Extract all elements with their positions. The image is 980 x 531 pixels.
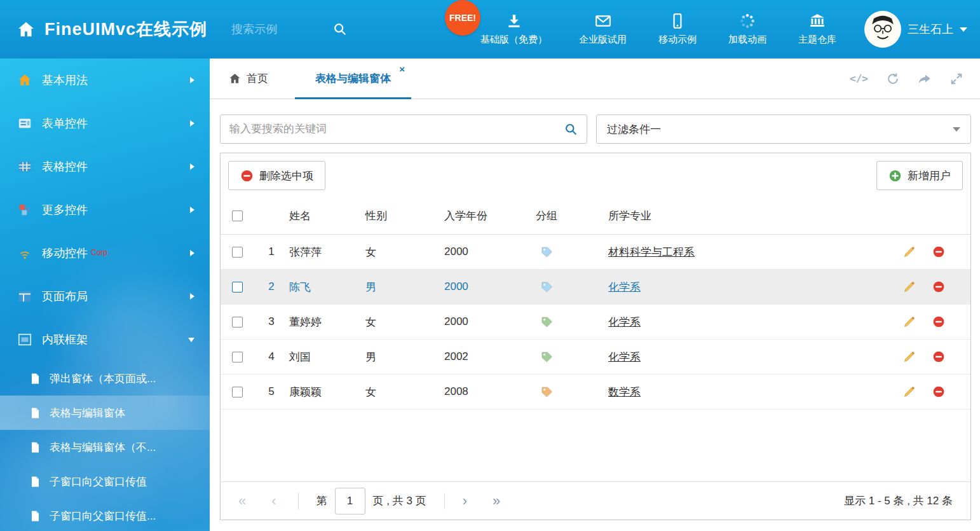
nav-item-basic-free[interactable]: FREE! 基础版（免费）	[480, 13, 547, 46]
bank-icon	[809, 13, 826, 29]
delete-row-icon[interactable]	[932, 385, 945, 398]
row-name: 陈飞	[289, 280, 365, 294]
user-menu[interactable]: 三生石上	[864, 11, 967, 48]
keyword-search	[220, 114, 587, 144]
app-header: FineUIMvc在线示例 FREE! 基础版（免费） 企业版试用 移动示例	[0, 0, 980, 59]
sidebar-subitem-child-to-parent[interactable]: 子窗口向父窗口传值	[0, 464, 210, 499]
keyword-search-input[interactable]	[229, 123, 564, 135]
table-row[interactable]: 1 张萍萍 女 2000 材料科学与工程系	[221, 235, 970, 270]
table-row[interactable]: 2 陈飞 男 2000 化学系	[221, 270, 970, 305]
tab-grid-edit-window[interactable]: 表格与编辑窗体 ×	[295, 59, 411, 99]
major-link[interactable]: 化学系	[608, 281, 641, 293]
share-icon[interactable]	[918, 72, 932, 86]
row-name: 康颖颖	[289, 385, 365, 399]
nav-item-loading-animation[interactable]: 加载动画	[728, 13, 766, 46]
edit-icon[interactable]	[903, 315, 916, 328]
delete-row-icon[interactable]	[932, 245, 945, 258]
select-all-checkbox[interactable]	[232, 210, 243, 221]
sidebar-item-basic-usage[interactable]: 基本用法	[0, 59, 210, 102]
nav-item-enterprise-trial[interactable]: 企业版试用	[579, 13, 627, 46]
first-page-button[interactable]: «	[238, 494, 246, 508]
main-content: 首页 表格与编辑窗体 × </> 过滤条件一	[210, 59, 980, 531]
col-gender[interactable]: 性别	[365, 209, 444, 223]
delete-row-icon[interactable]	[932, 315, 945, 328]
row-gender: 男	[365, 350, 444, 364]
tag-icon	[541, 281, 553, 293]
chevron-right-icon	[190, 163, 194, 170]
col-year[interactable]: 入学年份	[444, 209, 536, 223]
free-badge: FREE!	[445, 0, 480, 36]
col-major[interactable]: 所学专业	[608, 209, 888, 223]
close-icon[interactable]: ×	[399, 64, 405, 74]
row-checkbox[interactable]	[232, 317, 243, 328]
sidebar-subitem-popup-window[interactable]: 弹出窗体（本页面或...	[0, 361, 210, 396]
tag-icon	[541, 351, 553, 363]
major-link[interactable]: 化学系	[608, 351, 641, 363]
major-link[interactable]: 材料科学与工程系	[608, 246, 695, 258]
home-icon	[229, 72, 241, 85]
spinner-icon	[739, 13, 756, 29]
edit-icon[interactable]	[903, 245, 916, 258]
table-row[interactable]: 3 董婷婷 女 2000 化学系	[221, 305, 970, 340]
delete-row-icon[interactable]	[932, 280, 945, 293]
home-icon[interactable]	[17, 20, 36, 39]
search-icon[interactable]	[333, 22, 347, 36]
filter-dropdown[interactable]: 过滤条件一	[596, 114, 971, 144]
delete-selected-button[interactable]: 删除选中项	[228, 161, 325, 190]
form-icon	[18, 116, 32, 130]
sidebar-item-mobile-controls[interactable]: 移动控件 Corp.	[0, 231, 210, 275]
add-user-button[interactable]: 新增用户	[876, 161, 963, 190]
refresh-icon[interactable]	[886, 72, 900, 86]
nav-item-label: 基础版（免费）	[480, 34, 547, 46]
nav-item-theme-store[interactable]: 主题仓库	[798, 13, 836, 46]
chevron-right-icon	[190, 293, 194, 300]
table-row[interactable]: 5 康颖颖 女 2008 数学系	[221, 375, 970, 410]
row-checkbox[interactable]	[232, 247, 243, 258]
row-year: 2000	[444, 315, 536, 328]
row-gender: 女	[365, 315, 444, 329]
chevron-right-icon	[190, 207, 194, 213]
col-group[interactable]: 分组	[536, 209, 608, 223]
major-link[interactable]: 化学系	[608, 316, 641, 328]
sidebar-item-grid-controls[interactable]: 表格控件	[0, 145, 210, 188]
prev-page-button[interactable]: ‹	[271, 494, 276, 508]
file-icon	[29, 407, 41, 419]
edit-icon[interactable]	[903, 280, 916, 293]
sidebar-item-page-layout[interactable]: 页面布局	[0, 275, 210, 318]
sidebar-subitem-child-to-parent-2[interactable]: 子窗口向父窗口传值...	[0, 499, 210, 531]
code-icon[interactable]: </>	[850, 72, 868, 85]
nav-item-label: 加载动画	[728, 34, 766, 46]
header-search-input[interactable]	[231, 23, 333, 36]
edit-icon[interactable]	[903, 385, 916, 398]
row-checkbox[interactable]	[232, 387, 243, 397]
row-name: 张萍萍	[289, 245, 365, 259]
next-page-button[interactable]: ›	[463, 494, 467, 508]
sidebar-item-iframe[interactable]: 内联框架	[0, 318, 210, 361]
sidebar-subitem-grid-edit-window-2[interactable]: 表格与编辑窗体（不...	[0, 430, 210, 464]
last-page-button[interactable]: »	[493, 494, 500, 508]
filter-dropdown-value: 过滤条件一	[607, 122, 661, 137]
major-link[interactable]: 数学系	[608, 386, 641, 398]
sidebar-item-form-controls[interactable]: 表单控件	[0, 102, 210, 145]
row-gender: 男	[365, 280, 444, 294]
sidebar: 基本用法 表单控件 表格控件 更多控件 移动控件 Corp. 页面布局	[0, 59, 210, 531]
page-label-prefix: 第	[316, 493, 327, 508]
table-row[interactable]: 4 刘国 男 2002 化学系	[221, 340, 970, 375]
nav-item-mobile-demo[interactable]: 移动示例	[658, 13, 697, 46]
sidebar-subitem-grid-edit-window[interactable]: 表格与编辑窗体	[0, 396, 210, 430]
chevron-down-icon	[960, 27, 967, 32]
pagination: « ‹ 第 页 , 共 3 页 › » 显示 1 - 5 条 , 共 12 条	[221, 481, 970, 520]
col-name[interactable]: 姓名	[289, 209, 365, 223]
edit-icon[interactable]	[903, 350, 916, 363]
row-checkbox[interactable]	[232, 282, 243, 293]
sidebar-item-more-controls[interactable]: 更多控件	[0, 188, 210, 231]
delete-row-icon[interactable]	[932, 350, 945, 363]
tab-home[interactable]: 首页	[229, 59, 268, 99]
page-number-input[interactable]	[335, 488, 365, 514]
nav-item-label: 企业版试用	[579, 34, 627, 46]
row-year: 2000	[444, 280, 536, 293]
search-icon[interactable]	[564, 123, 578, 136]
expand-icon[interactable]	[949, 72, 963, 86]
row-checkbox[interactable]	[232, 352, 243, 362]
corp-badge: Corp.	[91, 248, 109, 257]
